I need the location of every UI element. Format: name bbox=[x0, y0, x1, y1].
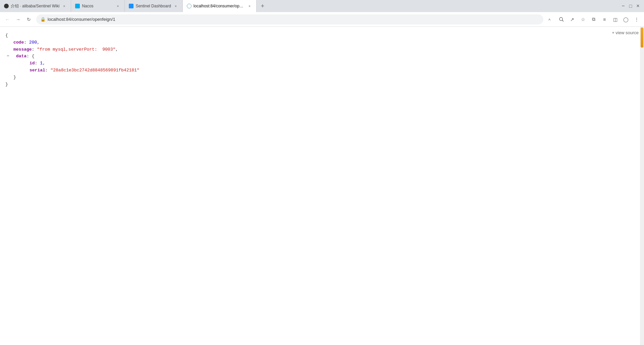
url-text: localhost:84/consumer/openfeign/1 bbox=[48, 17, 115, 22]
json-viewer: { code: 200, message: "from mysql,server… bbox=[0, 31, 644, 89]
tab-close-github[interactable]: × bbox=[61, 3, 67, 9]
comma-2: , bbox=[115, 46, 118, 53]
globe-icon bbox=[187, 4, 192, 8]
id-value: 1 bbox=[40, 60, 43, 67]
zoom-icon[interactable] bbox=[557, 15, 566, 24]
window-controls: − □ × bbox=[617, 0, 644, 12]
sentinel-icon bbox=[129, 4, 133, 8]
tab-sentinel-label: Sentinel Dashboard bbox=[136, 4, 171, 8]
open-brace: { bbox=[5, 32, 8, 39]
message-key: message bbox=[13, 46, 32, 53]
bookmark-icon[interactable]: ☆ bbox=[578, 15, 588, 24]
tabs-container: 介绍 · alibaba/Sentinel Wiki × Nacos × Sen… bbox=[0, 0, 617, 12]
view-source-label: + view source bbox=[612, 30, 639, 35]
maximize-button[interactable]: □ bbox=[627, 3, 634, 9]
serial-key: serial bbox=[30, 67, 45, 74]
json-line-data-key: −data: { bbox=[5, 53, 639, 60]
share-icon[interactable]: ↗ bbox=[568, 15, 577, 24]
tab-close-localhost[interactable]: × bbox=[247, 3, 252, 9]
svg-line-2 bbox=[562, 20, 564, 21]
comma-3: , bbox=[43, 60, 45, 67]
menu-icon[interactable]: ⋮ bbox=[632, 15, 641, 24]
close-brace-inner: } bbox=[13, 74, 16, 81]
scrollbar[interactable] bbox=[640, 27, 644, 345]
github-icon bbox=[4, 4, 9, 8]
tab-sentinel[interactable]: Sentinel Dashboard × bbox=[125, 0, 182, 12]
json-line-data-close: } bbox=[5, 74, 639, 81]
code-key: code bbox=[13, 39, 24, 46]
new-tab-button[interactable]: + bbox=[257, 0, 269, 12]
tab-nacos-label: Nacos bbox=[82, 4, 113, 8]
serial-value: "28a8c1e3bc2742d8848569891fb42181" bbox=[50, 67, 139, 74]
svg-text:A: A bbox=[548, 17, 550, 21]
scrollbar-thumb[interactable] bbox=[641, 27, 643, 48]
back-button[interactable]: ← bbox=[3, 15, 12, 24]
tab-localhost[interactable]: localhost:84/consumer/openfe… × bbox=[183, 0, 257, 12]
json-line-close: } bbox=[5, 81, 639, 88]
json-line-open: { bbox=[5, 32, 639, 39]
collapse-button[interactable]: − bbox=[7, 53, 9, 60]
colon-1: : bbox=[24, 39, 29, 46]
view-source-button[interactable]: + view source bbox=[612, 30, 639, 35]
colon-2: : bbox=[32, 46, 37, 53]
url-bar[interactable]: 🔒 localhost:84/consumer/openfeign/1 bbox=[36, 14, 543, 24]
id-key: id bbox=[30, 60, 35, 67]
content-area: + view source { code: 200, message: "fro… bbox=[0, 27, 644, 345]
sidebar-icon[interactable]: ◫ bbox=[610, 15, 620, 24]
code-value: 200 bbox=[29, 39, 37, 46]
extensions-icon[interactable]: ⧉ bbox=[589, 15, 598, 24]
json-line-serial: serial: "28a8c1e3bc2742d8848569891fb4218… bbox=[5, 67, 639, 74]
tab-nacos[interactable]: Nacos × bbox=[71, 0, 125, 12]
json-line-message: message: "from mysql,serverPort: 9003", bbox=[5, 46, 639, 53]
colon-5: : bbox=[45, 67, 51, 74]
colon-3: : { bbox=[26, 53, 34, 60]
comma-1: , bbox=[37, 39, 40, 46]
profile-icon[interactable]: ◯ bbox=[621, 15, 631, 24]
toolbar-icons: A ↗ ☆ ⧉ ≡ ◫ ◯ ⋮ bbox=[546, 15, 641, 24]
colon-4: : bbox=[35, 60, 40, 67]
close-brace-outer: } bbox=[5, 81, 8, 88]
title-bar: 介绍 · alibaba/Sentinel Wiki × Nacos × Sen… bbox=[0, 0, 644, 12]
nacos-icon bbox=[75, 4, 80, 8]
tab-localhost-label: localhost:84/consumer/openfe… bbox=[194, 4, 245, 8]
minimize-button[interactable]: − bbox=[620, 3, 627, 9]
tab-close-nacos[interactable]: × bbox=[115, 3, 120, 9]
message-value: "from mysql,serverPort: 9003" bbox=[37, 46, 115, 53]
reload-button[interactable]: ↻ bbox=[24, 15, 34, 24]
forward-button[interactable]: → bbox=[13, 15, 23, 24]
reading-list-icon[interactable]: ≡ bbox=[600, 15, 609, 24]
translate-icon[interactable]: A bbox=[546, 15, 555, 24]
data-key: data bbox=[11, 53, 26, 60]
close-button[interactable]: × bbox=[635, 3, 641, 9]
json-line-code: code: 200, bbox=[5, 39, 639, 46]
tab-github-label: 介绍 · alibaba/Sentinel Wiki bbox=[11, 3, 59, 9]
json-line-id: id: 1, bbox=[5, 60, 639, 67]
address-bar: ← → ↻ 🔒 localhost:84/consumer/openfeign/… bbox=[0, 12, 644, 27]
lock-icon: 🔒 bbox=[40, 17, 46, 22]
tab-close-sentinel[interactable]: × bbox=[173, 3, 178, 9]
tab-github[interactable]: 介绍 · alibaba/Sentinel Wiki × bbox=[0, 0, 71, 12]
svg-point-1 bbox=[559, 17, 562, 20]
